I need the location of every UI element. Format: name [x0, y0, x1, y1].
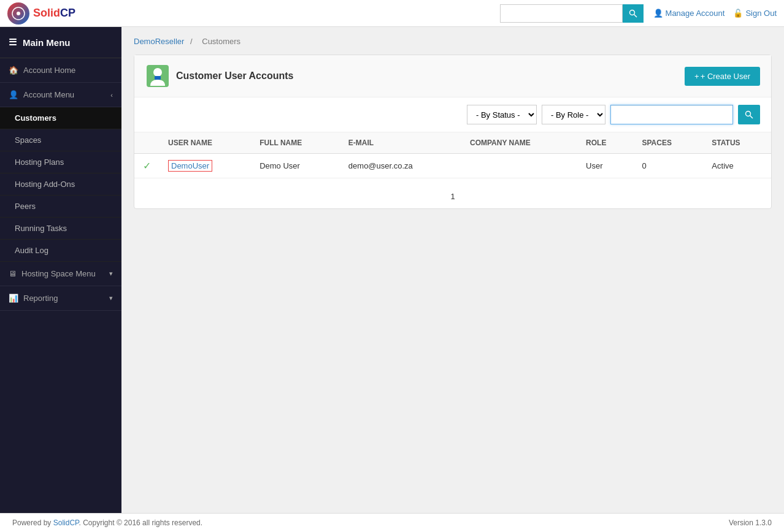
menu-icon: ☰ — [9, 37, 17, 48]
filter-search-button[interactable] — [738, 105, 760, 124]
topbar-search-input[interactable] — [500, 4, 623, 23]
user-circle-icon: 👤 — [9, 90, 18, 99]
row-status: Active — [703, 154, 771, 178]
username-link[interactable]: DemoUser — [168, 160, 212, 172]
search-filter-input[interactable] — [610, 105, 733, 124]
topbar: SolidCP 👤 Manage Account 🔓 Sign Out — [0, 0, 784, 27]
row-check: ✓ — [134, 154, 159, 178]
sidebar-item-customers[interactable]: Customers — [0, 107, 121, 129]
users-table: USER NAME FULL NAME E-MAIL COMPANY NAME … — [134, 132, 771, 178]
topbar-search — [500, 4, 644, 23]
sidebar-item-account-menu[interactable]: 👤 Account Menu ‹ — [0, 83, 121, 107]
sidebar-item-hosting-add-ons[interactable]: Hosting Add-Ons — [0, 173, 121, 196]
table-header: USER NAME FULL NAME E-MAIL COMPANY NAME … — [134, 132, 771, 154]
svg-point-5 — [153, 68, 162, 77]
sidebar-item-peers[interactable]: Peers — [0, 196, 121, 218]
checkmark-icon: ✓ — [143, 161, 151, 171]
svg-line-3 — [634, 14, 637, 17]
breadcrumb: DemoReseller / Customers — [134, 37, 772, 46]
col-username: USER NAME — [159, 132, 251, 154]
sidebar-item-running-tasks[interactable]: Running Tasks — [0, 218, 121, 240]
home-icon: 🏠 — [9, 66, 18, 75]
panel-title: Customer User Accounts — [176, 70, 293, 82]
chevron-down-icon-reporting: ▾ — [109, 294, 113, 302]
filters-row: - By Status - - By Role - — [134, 97, 771, 132]
table-body: ✓ DemoUser Demo User demo@user.co.za Use… — [134, 154, 771, 178]
sidebar-item-account-home[interactable]: 🏠 Account Home — [0, 58, 121, 83]
content-area: DemoReseller / Customers Customer User A… — [121, 27, 784, 513]
col-role: ROLE — [577, 132, 633, 154]
sidebar-item-spaces[interactable]: Spaces — [0, 129, 121, 151]
user-icon: 👤 — [653, 9, 663, 18]
breadcrumb-parent-link[interactable]: DemoReseller — [134, 37, 184, 46]
sidebar-item-hosting-space-menu[interactable]: 🖥 Hosting Space Menu ▾ — [0, 262, 121, 286]
chart-icon: 📊 — [9, 294, 18, 303]
col-email: E-MAIL — [340, 132, 461, 154]
plus-icon: + — [694, 72, 699, 81]
main-layout: ☰ Main Menu 🏠 Account Home 👤 Account Men… — [0, 27, 784, 513]
users-table-wrapper: USER NAME FULL NAME E-MAIL COMPANY NAME … — [134, 132, 771, 184]
row-email: demo@user.co.za — [340, 154, 461, 178]
chevron-down-icon: ▾ — [109, 270, 113, 278]
manage-account-link[interactable]: 👤 Manage Account — [653, 9, 725, 18]
create-user-button[interactable]: + + Create User — [685, 67, 760, 86]
panel-header: Customer User Accounts + + Create User — [134, 55, 771, 97]
breadcrumb-current: Customers — [202, 37, 240, 46]
server-icon: 🖥 — [9, 269, 17, 278]
row-company — [461, 154, 577, 178]
row-role: User — [577, 154, 633, 178]
footer: Powered by SolidCP. Copyright © 2016 all… — [0, 513, 784, 532]
customer-accounts-panel: Customer User Accounts + + Create User -… — [134, 55, 772, 209]
pagination: 1 — [134, 184, 771, 208]
customer-accounts-icon — [145, 64, 170, 88]
logo-text: SolidCP — [33, 7, 75, 20]
table-row: ✓ DemoUser Demo User demo@user.co.za Use… — [134, 154, 771, 178]
status-filter-select[interactable]: - By Status - — [467, 105, 537, 124]
col-fullname: FULL NAME — [251, 132, 340, 154]
topbar-right: 👤 Manage Account 🔓 Sign Out — [500, 4, 777, 23]
svg-point-1 — [17, 12, 20, 15]
logo: SolidCP — [7, 2, 75, 25]
logo-icon — [7, 2, 29, 25]
col-company: COMPANY NAME — [461, 132, 577, 154]
footer-version: Version 1.3.0 — [729, 519, 772, 527]
sidebar-main-menu: ☰ Main Menu — [0, 27, 121, 58]
topbar-links: 👤 Manage Account 🔓 Sign Out — [653, 9, 777, 18]
pagination-current: 1 — [450, 192, 455, 201]
sidebar: ☰ Main Menu 🏠 Account Home 👤 Account Men… — [0, 27, 121, 513]
chevron-left-icon: ‹ — [110, 91, 113, 99]
footer-copyright: . Copyright © 2016 all rights reserved. — [79, 519, 203, 527]
panel-header-left: Customer User Accounts — [145, 64, 293, 88]
svg-point-7 — [746, 112, 751, 116]
svg-line-8 — [750, 116, 753, 119]
svg-rect-6 — [155, 76, 161, 80]
row-fullname: Demo User — [251, 154, 340, 178]
footer-solidcp-link[interactable]: SolidCP — [53, 519, 79, 527]
col-spaces: SPACES — [633, 132, 703, 154]
svg-point-2 — [629, 10, 634, 15]
breadcrumb-separator: / — [190, 37, 193, 46]
col-check — [134, 132, 159, 154]
footer-powered-by-text: Powered by — [12, 519, 53, 527]
topbar-search-button[interactable] — [623, 4, 644, 23]
footer-left: Powered by SolidCP. Copyright © 2016 all… — [12, 519, 202, 527]
sidebar-item-audit-log[interactable]: Audit Log — [0, 240, 121, 262]
row-username: DemoUser — [159, 154, 251, 178]
sidebar-item-reporting[interactable]: 📊 Reporting ▾ — [0, 286, 121, 311]
sign-out-link[interactable]: 🔓 Sign Out — [733, 9, 777, 18]
signout-icon: 🔓 — [733, 9, 743, 18]
col-status: STATUS — [703, 132, 771, 154]
row-spaces: 0 — [633, 154, 703, 178]
sidebar-item-hosting-plans[interactable]: Hosting Plans — [0, 151, 121, 173]
role-filter-select[interactable]: - By Role - — [542, 105, 605, 124]
